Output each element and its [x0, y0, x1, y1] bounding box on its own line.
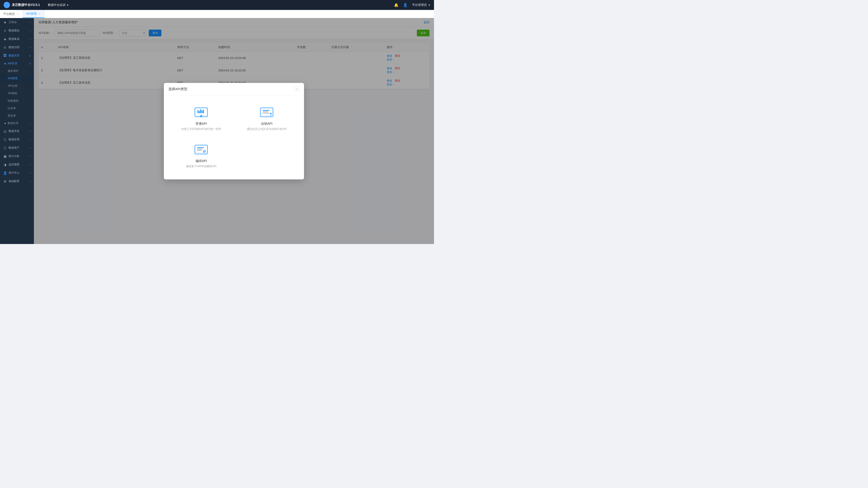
data-planning-arrow: ›: [30, 29, 31, 32]
user-icon[interactable]: 👤: [403, 3, 408, 7]
sidebar-item-data-planning[interactable]: ≡ 数据规划 ›: [0, 26, 34, 35]
api-auth-label: API授权: [8, 92, 18, 95]
tab-bar: 平台概览 × API管理 ×: [0, 10, 434, 18]
sidebar-item-blacklist[interactable]: 黑名单: [0, 112, 34, 120]
env-dropdown-arrow: ▼: [66, 4, 69, 6]
user-menu[interactable]: 平台管理员 ▼: [412, 3, 430, 7]
sidebar-item-data-collection[interactable]: ◈ 数据集成 ›: [0, 35, 34, 43]
svg-rect-19: [263, 111, 268, 112]
api-sharing-label: API共享: [8, 62, 18, 66]
data-sharing-label: 数据共享: [8, 54, 27, 58]
api-manage-label: API管理: [8, 76, 18, 80]
svg-rect-14: [203, 110, 204, 113]
api-type-card-passthrough[interactable]: 穿透API 对第三方应用的API进行统一管理: [173, 103, 229, 135]
base-config-label: 基础配置: [8, 180, 28, 183]
stats-analysis-icon: ▦: [3, 155, 7, 158]
sidebar-item-monitor-alert[interactable]: ◑ 监控预警 ›: [0, 160, 34, 169]
monitor-alert-arrow: ›: [30, 163, 31, 166]
env-selector[interactable]: 数据中台实训 ▼: [48, 3, 69, 7]
sidebar-item-api-manage[interactable]: API管理: [0, 75, 34, 82]
tab-overview[interactable]: 平台概览 ×: [0, 10, 23, 18]
close-icon: ×: [296, 88, 298, 91]
main-layout: ★ 工作台 › ≡ 数据规划 › ◈ 数据集成 › ⊙ 数据治理 › 数据共享 …: [0, 18, 434, 244]
data-governance-arrow: ›: [30, 46, 31, 48]
svg-rect-4: [4, 54, 5, 55]
svg-rect-18: [263, 110, 270, 111]
dialog-close-button[interactable]: ×: [294, 87, 300, 92]
workspace-label: 工作台: [8, 20, 28, 24]
sidebar-item-transform-rules[interactable]: 转换规则: [0, 97, 34, 105]
data-collection-icon: ◈: [3, 37, 7, 41]
user-center-arrow: ›: [30, 172, 31, 174]
data-asset-icon: ⬡: [3, 146, 7, 150]
data-asset-arrow: ›: [30, 147, 31, 149]
transform-rules-label: 转换规则: [8, 99, 19, 103]
sidebar-item-service-maintain[interactable]: 服务维护: [0, 67, 34, 75]
sidebar-item-data-sharing[interactable]: 数据共享 ∨: [0, 52, 34, 60]
service-maintain-label: 服务维护: [8, 69, 19, 73]
svg-rect-27: [197, 150, 202, 151]
svg-rect-13: [202, 110, 203, 113]
dialog-title: 选择API类型: [168, 87, 187, 91]
sidebar-item-api-sharing[interactable]: API共享 ∨: [0, 60, 34, 67]
svg-rect-6: [4, 56, 5, 57]
sidebar-item-data-governance[interactable]: ⊙ 数据治理 ›: [0, 43, 34, 52]
svg-rect-12: [200, 109, 201, 113]
env-label: 数据中台实训: [48, 3, 66, 7]
data-app-label: 数据应用: [8, 138, 28, 141]
data-dev-icon: ◱: [3, 129, 7, 133]
user-dropdown-arrow: ▼: [428, 4, 430, 6]
data-share-dot: [4, 123, 6, 124]
sidebar-item-user-center[interactable]: 👤 用户中心 ›: [0, 169, 34, 177]
tab-overview-close[interactable]: ×: [16, 12, 20, 15]
sidebar-item-api-auth[interactable]: API授权: [0, 90, 34, 97]
data-sharing-icon: [3, 54, 7, 58]
data-app-icon: ⬡: [3, 138, 7, 141]
stats-analysis-arrow: ›: [30, 155, 31, 158]
api-type-dialog: 选择API类型 × 穿透API 对第三方应用的API进行统一管理: [164, 83, 304, 180]
sidebar-item-whitelist[interactable]: 白名单: [0, 105, 34, 112]
api-type-card-self-service[interactable]: 自助API 通过自定义SQL语句自助开发API: [239, 103, 295, 135]
data-collection-arrow: ›: [30, 38, 31, 40]
svg-rect-7: [5, 56, 6, 57]
top-nav-icons: 🔔 👤 平台管理员 ▼: [394, 3, 430, 7]
tab-api-manage-close[interactable]: ×: [38, 12, 41, 15]
workspace-icon: ★: [3, 21, 7, 24]
data-collection-label: 数据集成: [8, 37, 28, 41]
sidebar-item-base-config[interactable]: ⚙ 基础配置 ›: [0, 177, 34, 186]
svg-rect-11: [199, 111, 200, 113]
dialog-body: 穿透API 对第三方应用的API进行统一管理 自助API 通过自定义SQL语句自…: [164, 96, 304, 180]
sidebar-item-data-app[interactable]: ⬡ 数据应用 ›: [0, 135, 34, 144]
data-governance-label: 数据治理: [8, 45, 28, 49]
modal-overlay: 选择API类型 × 穿透API 对第三方应用的API进行统一管理: [34, 18, 434, 244]
orchestration-icon: [194, 144, 209, 157]
dialog-header: 选择API类型 ×: [164, 83, 304, 96]
sidebar-item-stats-analysis[interactable]: ▦ 统计分析 ›: [0, 152, 34, 160]
self-service-icon: [259, 107, 274, 120]
data-planning-icon: ≡: [3, 29, 7, 33]
svg-rect-26: [197, 149, 203, 149]
svg-rect-25: [197, 147, 204, 148]
sidebar-item-data-asset[interactable]: ⬡ 数据资产 ›: [0, 144, 34, 152]
monitor-alert-label: 监控预警: [8, 163, 28, 166]
api-type-card-orchestration[interactable]: 编排API 编排多个API并创建新API: [173, 140, 229, 172]
sidebar-item-api-doc[interactable]: API文档: [0, 82, 34, 90]
svg-rect-5: [5, 54, 6, 55]
api-sharing-dot: [4, 63, 6, 64]
self-service-name: 自助API: [261, 122, 273, 126]
orchestration-desc: 编排多个API并创建新API: [186, 164, 217, 168]
tab-api-manage-label: API管理: [26, 12, 37, 16]
orchestration-name: 编排API: [195, 159, 207, 163]
user-center-icon: 👤: [3, 171, 7, 175]
data-governance-icon: ⊙: [3, 46, 7, 49]
sidebar-item-workspace[interactable]: ★ 工作台 ›: [0, 18, 34, 26]
tab-api-manage[interactable]: API管理 ×: [23, 10, 44, 18]
passthrough-name: 穿透API: [195, 122, 207, 126]
sidebar-item-data-share[interactable]: 数据共享 ›: [0, 120, 34, 127]
svg-point-22: [270, 115, 271, 116]
sidebar-item-data-dev[interactable]: ◱ 数据开发 ›: [0, 127, 34, 135]
data-share-arrow: ›: [30, 122, 31, 125]
app-title: 龙石数据中台V3.5.1: [12, 3, 40, 7]
data-dev-arrow: ›: [30, 130, 31, 132]
notification-icon[interactable]: 🔔: [394, 3, 399, 7]
